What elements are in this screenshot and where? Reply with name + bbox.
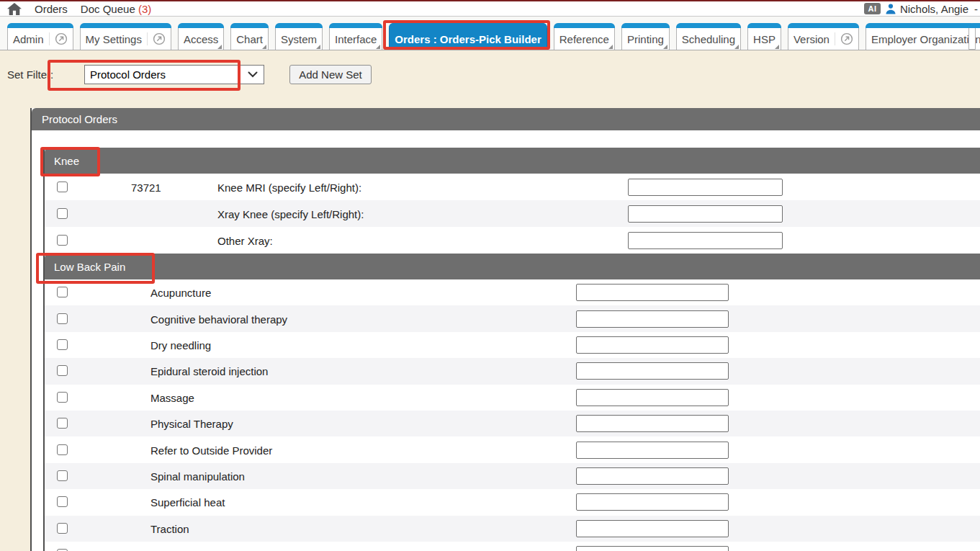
tab-bar: Admin My Settings Access bbox=[0, 17, 980, 50]
order-text-input[interactable] bbox=[628, 232, 783, 249]
set-filter-value: Protocol Orders bbox=[90, 68, 248, 81]
order-checkbox[interactable] bbox=[57, 523, 68, 534]
order-text-input[interactable] bbox=[576, 336, 729, 354]
launch-icon bbox=[147, 32, 166, 45]
tab-label: Reference bbox=[559, 33, 609, 45]
order-text-input[interactable] bbox=[576, 415, 729, 432]
order-checkbox[interactable] bbox=[57, 339, 68, 350]
tab-system[interactable]: System bbox=[275, 23, 323, 50]
order-row-refer-to-outside-provider: Refer to Outside Provider bbox=[45, 436, 980, 462]
order-checkbox[interactable] bbox=[57, 208, 68, 219]
tab-admin[interactable]: Admin bbox=[7, 23, 73, 50]
order-text-input[interactable] bbox=[576, 442, 729, 459]
order-label: Yoga bbox=[150, 549, 175, 551]
tab-top-cap bbox=[230, 23, 269, 28]
menu-item-orders[interactable]: Orders bbox=[35, 3, 68, 15]
tab-label: System bbox=[281, 33, 317, 45]
order-label: Xray Knee (specify Left/Right): bbox=[217, 207, 364, 220]
tab-orders-orders-pick-builder[interactable]: Orders : Orders-Pick Builder bbox=[389, 23, 547, 50]
order-row-acupuncture: Acupuncture bbox=[45, 279, 980, 305]
order-checkbox[interactable] bbox=[57, 365, 68, 376]
order-text-input[interactable] bbox=[628, 179, 783, 196]
order-row-xray-knee-specify-left-right: Xray Knee (specify Left/Right): bbox=[45, 200, 980, 227]
dropdown-corner-icon bbox=[734, 45, 739, 49]
order-label: Massage bbox=[150, 391, 194, 403]
tab-reference[interactable]: Reference bbox=[554, 23, 615, 50]
tab-top-cap bbox=[329, 23, 382, 28]
order-checkbox[interactable] bbox=[57, 496, 68, 507]
tab-label: Admin bbox=[13, 33, 44, 45]
order-text-input[interactable] bbox=[576, 493, 729, 511]
tab-chart[interactable]: Chart bbox=[230, 23, 269, 50]
order-checkbox[interactable] bbox=[57, 444, 68, 455]
tab-my-settings[interactable]: My Settings bbox=[80, 23, 171, 50]
order-checkbox[interactable] bbox=[57, 418, 68, 429]
order-label: Knee MRI (specify Left/Right): bbox=[217, 181, 361, 193]
ai-badge[interactable]: AI bbox=[864, 3, 881, 14]
order-label: Acupuncture bbox=[150, 287, 211, 299]
order-row-dry-needling: Dry needling bbox=[45, 332, 980, 358]
order-text-input[interactable] bbox=[628, 205, 783, 223]
tab-label: Interface bbox=[335, 33, 377, 45]
tab-top-cap bbox=[178, 23, 224, 28]
order-text-input[interactable] bbox=[576, 389, 729, 406]
tab-top-cap bbox=[7, 23, 73, 28]
order-text-input[interactable] bbox=[576, 520, 729, 537]
order-label: Other Xray: bbox=[217, 234, 273, 246]
tab-top-cap bbox=[676, 23, 741, 28]
order-label: Epidural steroid injection bbox=[150, 365, 268, 377]
section-header-knee: Knee bbox=[45, 148, 980, 174]
order-checkbox[interactable] bbox=[57, 470, 68, 481]
doc-queue-count: (3) bbox=[138, 3, 151, 15]
order-text-input[interactable] bbox=[576, 362, 729, 380]
order-label: Physical Therapy bbox=[150, 418, 233, 430]
tab-label: Orders : Orders-Pick Builder bbox=[395, 33, 541, 45]
order-checkbox[interactable] bbox=[57, 235, 68, 246]
order-code: 73721 bbox=[131, 181, 161, 193]
order-checkbox[interactable] bbox=[57, 182, 68, 192]
user-name: Nichols, Angie bbox=[900, 3, 968, 15]
add-new-set-button[interactable]: Add New Set bbox=[289, 65, 372, 84]
tab-label: HSP bbox=[753, 33, 776, 45]
order-label: Superficial heat bbox=[150, 496, 225, 509]
order-row-superficial-heat: Superficial heat bbox=[45, 489, 980, 515]
order-row-other-xray: Other Xray: bbox=[45, 227, 980, 254]
tab-employer-organizations[interactable]: Employer Organizations bbox=[866, 23, 980, 50]
tab-access[interactable]: Access bbox=[178, 23, 224, 50]
person-icon bbox=[885, 3, 896, 14]
order-text-input[interactable] bbox=[576, 284, 729, 301]
dropdown-corner-icon bbox=[775, 45, 779, 49]
tab-printing[interactable]: Printing bbox=[621, 23, 670, 50]
order-text-input[interactable] bbox=[576, 310, 729, 328]
dropdown-corner-icon bbox=[608, 45, 613, 49]
order-text-input[interactable] bbox=[576, 467, 729, 485]
dropdown-corner-icon bbox=[262, 45, 266, 49]
menu-item-doc-queue[interactable]: Doc Queue (3) bbox=[81, 3, 151, 15]
order-checkbox[interactable] bbox=[57, 392, 68, 403]
dropdown-corner-icon bbox=[663, 45, 667, 49]
order-text-input[interactable] bbox=[576, 546, 729, 551]
partial-tab[interactable] bbox=[968, 23, 976, 50]
order-label: Dry needling bbox=[150, 339, 211, 351]
doc-queue-label: Doc Queue bbox=[81, 3, 135, 15]
set-filter-dropdown[interactable]: Protocol Orders bbox=[84, 65, 264, 84]
tab-hsp[interactable]: HSP bbox=[747, 23, 781, 50]
order-checkbox[interactable] bbox=[57, 287, 68, 297]
launch-icon bbox=[49, 32, 68, 45]
tab-scheduling[interactable]: Scheduling bbox=[676, 23, 741, 50]
tab-version[interactable]: Version bbox=[788, 23, 859, 50]
order-row-cognitive-behavioral-therapy: Cognitive behavioral therapy bbox=[45, 305, 980, 331]
panel-spacer bbox=[32, 130, 980, 148]
panel-title: Protocol Orders bbox=[42, 113, 117, 125]
tab-interface[interactable]: Interface bbox=[329, 23, 382, 50]
tab-label: My Settings bbox=[86, 33, 142, 45]
user-menu[interactable] bbox=[885, 3, 896, 14]
user-area: AI Nichols, Angie - bbox=[864, 3, 980, 15]
home-button[interactable] bbox=[7, 3, 22, 15]
order-checkbox[interactable] bbox=[57, 313, 68, 324]
tab-top-cap bbox=[275, 23, 323, 28]
tab-top-cap bbox=[968, 23, 976, 28]
tab-label: Access bbox=[184, 33, 218, 45]
top-bar: Orders Doc Queue (3) AI Nichols, Angie - bbox=[0, 1, 980, 17]
user-name-trailing: - bbox=[974, 3, 978, 15]
